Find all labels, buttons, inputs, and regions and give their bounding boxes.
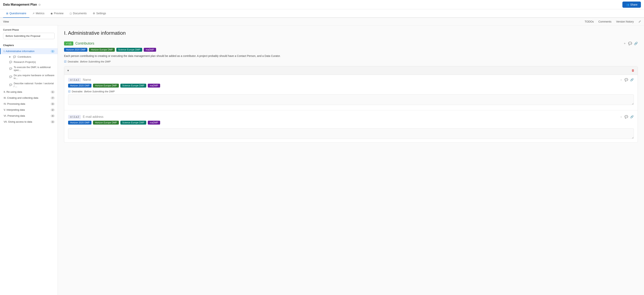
sub-id-icon: ⊡ bbox=[70, 79, 72, 81]
chapter-VI-badge: 4 bbox=[51, 115, 54, 117]
expand-arrow-icon: ▶ bbox=[9, 55, 11, 58]
sub-question-I1a2-header: ⊡ I.1.a.2 E-mail address ＋ 💬 🔗 bbox=[68, 115, 634, 119]
sub2-tag-madmp: maDMP bbox=[148, 121, 160, 125]
subitem-contributors[interactable]: ▶ 💬 Contributors bbox=[6, 54, 58, 59]
current-phase-label: Current Phase bbox=[3, 28, 54, 31]
desirable-checkbox-icon: ☑ bbox=[64, 60, 66, 63]
secondary-bar-right: TODOs Comments Version history ⤢ bbox=[584, 20, 641, 23]
link-sub2-icon[interactable]: 🔗 bbox=[630, 115, 634, 119]
question-I1-desc: Each person contributing to creating or … bbox=[64, 54, 638, 58]
tab-preview[interactable]: ◉ Preview bbox=[48, 9, 66, 18]
comment-icon-research: 💬 bbox=[9, 61, 12, 63]
sub-q1-desirable: ☑ Desirable: Before Submitting the DMP bbox=[68, 90, 634, 93]
tab-documents[interactable]: ◻ Documents bbox=[66, 9, 90, 18]
chapter-item-VII[interactable]: VII. Giving access to data 3 bbox=[0, 119, 58, 125]
chapter-III-label: III. Creating and collecting data bbox=[4, 96, 38, 99]
comment-icon-hardware: 💬 bbox=[9, 75, 12, 78]
subitem-hardware[interactable]: 💬 Do you require hardware or software in… bbox=[6, 73, 58, 81]
sub-q1-answer-input[interactable] bbox=[68, 94, 634, 105]
chapter-item-V[interactable]: V. Interpreting data 2 bbox=[0, 107, 58, 113]
sub2-tag-horizon2020: Horizon 2020 DMP bbox=[68, 121, 92, 125]
tag-scienceeurope: Science Europe DMP bbox=[116, 48, 142, 52]
content-area: I. Administrative information ✓ I.1 Cont… bbox=[58, 25, 644, 295]
subitem-describe-national[interactable]: 💬 Describe national / funder / sectorial… bbox=[6, 81, 58, 89]
add-icon[interactable]: ＋ bbox=[623, 41, 626, 45]
chapter-I-label: I. Administrative information bbox=[4, 50, 34, 53]
question-I1-actions: ＋ 💬 🔗 bbox=[623, 41, 638, 45]
tab-questionnaire[interactable]: ⊞ Questionnaire bbox=[3, 9, 29, 18]
chapter-II-label: II. Re-using data bbox=[4, 90, 22, 93]
metrics-icon: ↗ bbox=[32, 12, 34, 15]
page-title: I. Administrative information bbox=[64, 30, 638, 36]
chapter-item-III[interactable]: III. Creating and collecting data 7 bbox=[0, 95, 58, 101]
chapter-IV-badge: 3 bbox=[51, 103, 54, 105]
question-I1-tags: Horizon 2020 DMP Horizon Europe DMP Scie… bbox=[64, 48, 638, 52]
phase-dropdown[interactable]: Before Submitting the Proposal bbox=[3, 33, 54, 39]
add-sub2-icon[interactable]: ＋ bbox=[620, 115, 622, 119]
sub-question-I1a1-actions: ＋ 💬 🔗 bbox=[620, 78, 634, 82]
sub-tag-scienceeurope: Science Europe DMP bbox=[120, 84, 146, 87]
chapter-item-II[interactable]: II. Re-using data 1 bbox=[0, 89, 58, 95]
sub-q2-tags: Horizon 2020 DMP Horizon Europe DMP Scie… bbox=[68, 121, 634, 125]
sub2-tag-horizoneurope: Horizon Europe DMP bbox=[93, 121, 119, 125]
sub-tag-madmp: maDMP bbox=[148, 84, 160, 87]
chapter-V-badge: 2 bbox=[51, 109, 54, 111]
chapter-I-badge: 1 bbox=[51, 50, 54, 53]
sub-question-divider bbox=[64, 110, 638, 110]
chapter-IV-label: IV. Processing data bbox=[4, 102, 25, 105]
delete-icon[interactable]: 🗑 bbox=[632, 69, 634, 72]
sub-tag-horizon2020: Horizon 2020 DMP bbox=[68, 84, 92, 87]
sub-q1-tags: Horizon 2020 DMP Horizon Europe DMP Scie… bbox=[68, 84, 634, 87]
sub-question-I1a1: ⊡ I.1.a.1 Name ＋ 💬 🔗 Horizon 2020 DMP Ho… bbox=[64, 75, 638, 109]
sub-question-I1a1-title: Name bbox=[83, 78, 91, 82]
sub-question-I1a1-header: ⊡ I.1.a.1 Name ＋ 💬 🔗 bbox=[68, 78, 634, 82]
chapter-item-I[interactable]: I. Administrative information 1 bbox=[0, 48, 58, 54]
expand-card: ▾ 🗑 ⊡ I.1.a.1 Name ＋ 💬 🔗 bbox=[64, 66, 638, 143]
chapter-V-label: V. Interpreting data bbox=[4, 108, 25, 111]
todos-link[interactable]: TODOs bbox=[584, 20, 594, 23]
chapter-III-badge: 7 bbox=[51, 97, 54, 99]
chevron-down-icon[interactable]: ▾ bbox=[67, 69, 69, 72]
sub-q2-answer-input[interactable] bbox=[68, 128, 634, 139]
comment-sub-icon[interactable]: 💬 bbox=[624, 78, 628, 82]
tab-settings[interactable]: ⚙ Settings bbox=[90, 9, 109, 18]
chapter-item-IV[interactable]: IV. Processing data 3 bbox=[0, 101, 58, 107]
chapter-VI-label: VI. Preserving data bbox=[4, 114, 25, 117]
subitem-research-projects[interactable]: 💬 Research Project(s) bbox=[6, 59, 58, 65]
chapter-VII-badge: 3 bbox=[51, 120, 54, 123]
documents-icon: ◻ bbox=[70, 12, 72, 15]
link-icon[interactable]: 🔗 bbox=[634, 42, 638, 45]
question-I1-desirable: ☑ Desirable: Before Submitting the DMP bbox=[64, 60, 638, 63]
view-label: View bbox=[3, 20, 9, 23]
link-sub-icon[interactable]: 🔗 bbox=[630, 78, 634, 82]
share-icon: 👥 bbox=[626, 3, 629, 6]
comment-sub2-icon[interactable]: 💬 bbox=[624, 115, 628, 119]
comment-action-icon[interactable]: 💬 bbox=[628, 42, 632, 45]
sub-question-I1a2-actions: ＋ 💬 🔗 bbox=[620, 115, 634, 119]
top-bar: Data Management Plan ⊙ 👥 Share bbox=[0, 0, 644, 9]
chapter-item-VI[interactable]: VI. Preserving data 4 bbox=[0, 113, 58, 119]
chapter-II-badge: 1 bbox=[51, 91, 54, 93]
question-I1-title: Contributors bbox=[75, 41, 94, 45]
expand-icon[interactable]: ⤢ bbox=[638, 20, 641, 23]
sidebar: Current Phase Before Submitting the Prop… bbox=[0, 25, 58, 295]
tab-metrics[interactable]: ↗ Metrics bbox=[29, 9, 48, 18]
questionnaire-icon: ⊞ bbox=[6, 12, 8, 15]
secondary-bar: View TODOs Comments Version history ⤢ bbox=[0, 18, 644, 25]
comments-link[interactable]: Comments bbox=[598, 20, 612, 23]
subitem-execute-dmp[interactable]: 💬 To execute the DMP, is additional spec… bbox=[6, 65, 58, 73]
sub-desirable-value: Before Submitting the DMP bbox=[84, 90, 115, 93]
preview-icon: ◉ bbox=[50, 12, 53, 15]
add-sub-icon[interactable]: ＋ bbox=[620, 78, 622, 82]
question-I1-header: ✓ I.1 Contributors ＋ 💬 🔗 bbox=[64, 41, 638, 45]
expand-card-header: ▾ 🗑 bbox=[64, 66, 638, 75]
version-history-link[interactable]: Version history bbox=[616, 20, 634, 23]
sub-tag-horizoneurope: Horizon Europe DMP bbox=[93, 84, 119, 87]
chapter-I-subitems: ▶ 💬 Contributors 💬 Research Project(s) 💬… bbox=[0, 54, 58, 89]
main-layout: Current Phase Before Submitting the Prop… bbox=[0, 25, 644, 295]
comment-icon-contributors: 💬 bbox=[13, 55, 16, 58]
share-button[interactable]: 👥 Share bbox=[622, 1, 641, 8]
sub2-tag-scienceeurope: Science Europe DMP bbox=[120, 121, 146, 125]
sub-question-I1a2: ⊡ I.1.a.2 E-mail address ＋ 💬 🔗 Horizon 2… bbox=[64, 112, 638, 142]
app-title: Data Management Plan bbox=[3, 3, 37, 6]
